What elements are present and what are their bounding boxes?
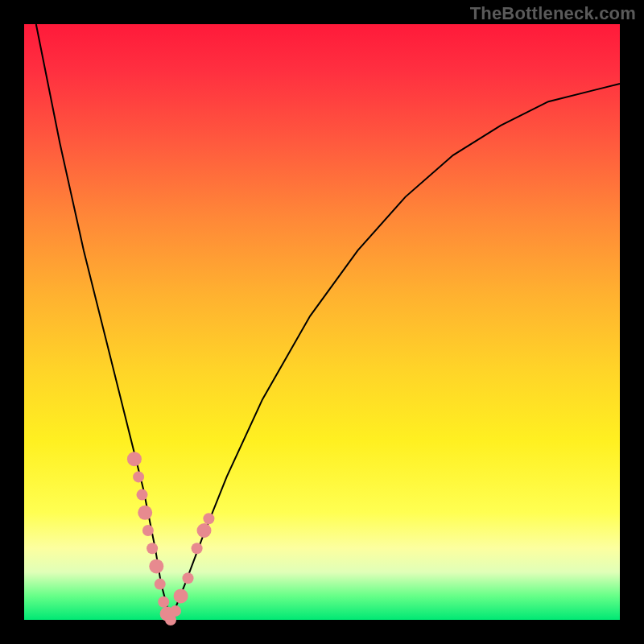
curve-marker <box>127 452 142 466</box>
watermark-text: TheBottleneck.com <box>470 3 636 24</box>
curve-marker <box>170 605 181 617</box>
curve-marker <box>138 506 152 520</box>
curve-marker <box>174 588 188 603</box>
bottleneck-curve-line <box>36 24 620 620</box>
curve-marker <box>147 543 158 554</box>
curve-marker <box>142 525 154 536</box>
curve-marker <box>133 471 144 482</box>
curve-marker <box>192 543 203 554</box>
curve-marker <box>155 579 166 590</box>
curve-marker <box>137 489 148 501</box>
chart-plot-area <box>24 24 620 620</box>
curve-marker <box>158 597 169 608</box>
curve-marker <box>203 513 214 524</box>
curve-marker <box>197 523 212 538</box>
bottleneck-chart <box>24 24 620 620</box>
curve-marker <box>183 572 194 584</box>
curve-marker <box>149 559 163 573</box>
